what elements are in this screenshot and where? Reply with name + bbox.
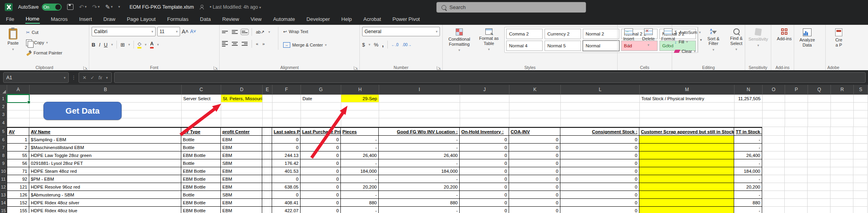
cell-E1[interactable]: [263, 95, 272, 103]
cell-B5[interactable]: AV Name: [29, 127, 181, 136]
cell-L1[interactable]: [561, 95, 640, 103]
cell-C2[interactable]: [182, 103, 221, 110]
cell-Q12[interactable]: [808, 183, 830, 191]
cell-E5[interactable]: [262, 127, 272, 136]
decrease-indent-icon[interactable]: «: [256, 41, 258, 46]
cell-D9[interactable]: SBM: [221, 159, 262, 167]
cell-F8[interactable]: 244.13: [272, 151, 301, 159]
cell-P14[interactable]: [785, 199, 808, 207]
cell-E13[interactable]: [262, 191, 272, 199]
cell-M10[interactable]: [639, 167, 734, 175]
column-header-H[interactable]: H: [341, 85, 379, 95]
cell-C8[interactable]: EBM Bottle: [181, 151, 221, 159]
cell-N1[interactable]: 11,257,505: [735, 95, 763, 103]
cell-S13[interactable]: [853, 191, 868, 199]
cell-R10[interactable]: [830, 167, 853, 175]
cell-N7[interactable]: -: [734, 144, 762, 151]
cell-R11[interactable]: [830, 175, 853, 183]
cell-H8[interactable]: 26,400: [341, 151, 379, 159]
cell-K15[interactable]: 0: [509, 207, 560, 213]
cell-B8[interactable]: HDPE Law Toggle 28oz green: [29, 151, 181, 159]
cell-K6[interactable]: 0: [509, 136, 560, 144]
cell-Q13[interactable]: [808, 191, 830, 199]
cell-K10[interactable]: 0: [509, 167, 560, 175]
cell-J2[interactable]: [460, 103, 509, 110]
cell-S12[interactable]: [853, 183, 868, 191]
cell-Q10[interactable]: [808, 167, 830, 175]
cell-C3[interactable]: [182, 110, 221, 118]
cell-H12[interactable]: 20,200: [341, 183, 379, 191]
cell-N3[interactable]: [735, 110, 763, 118]
cell-H6[interactable]: -: [341, 136, 379, 144]
cell-O8[interactable]: [762, 151, 785, 159]
comma-format-icon[interactable]: ,: [382, 41, 383, 48]
cell-C4[interactable]: [182, 118, 221, 127]
cell-L9[interactable]: 0: [560, 159, 639, 167]
cell-F14[interactable]: 408.41: [272, 199, 301, 207]
cell-E6[interactable]: [262, 136, 272, 144]
cell-B14[interactable]: HDPE Ridex 48oz silver: [29, 199, 181, 207]
cell-S11[interactable]: [853, 175, 868, 183]
cell-F2[interactable]: [272, 103, 301, 110]
menu-tab-draw[interactable]: Draw: [103, 15, 116, 23]
column-header-B[interactable]: B: [30, 85, 182, 95]
cell-K1[interactable]: [509, 95, 561, 103]
cell-G2[interactable]: [301, 103, 341, 110]
column-header-N[interactable]: N: [735, 85, 763, 95]
cell-G6[interactable]: 0: [301, 136, 341, 144]
increase-font-icon[interactable]: A˄: [182, 28, 189, 35]
cell-G7[interactable]: 0: [301, 144, 341, 151]
cell-I6[interactable]: -: [379, 136, 460, 144]
row-header-3[interactable]: 3: [0, 110, 7, 118]
cell-E12[interactable]: [262, 183, 272, 191]
column-header-D[interactable]: D: [221, 85, 263, 95]
cell-C11[interactable]: EBM Bottle: [181, 175, 221, 183]
cell-J5[interactable]: On-Hold Inventory :: [460, 127, 509, 136]
column-header-J[interactable]: J: [460, 85, 509, 95]
cell-H9[interactable]: -: [341, 159, 379, 167]
cell-K7[interactable]: 0: [509, 144, 560, 151]
cell-K3[interactable]: [509, 110, 561, 118]
cell-O6[interactable]: [762, 136, 785, 144]
menu-tab-file[interactable]: File: [6, 15, 15, 23]
cell-Q2[interactable]: [808, 103, 831, 110]
row-header-10[interactable]: 10: [0, 167, 7, 175]
cell-J3[interactable]: [460, 110, 509, 118]
column-header-G[interactable]: G: [301, 85, 341, 95]
cell-A4[interactable]: [7, 118, 30, 127]
cell-G5[interactable]: Last Purchase Price: [301, 127, 341, 136]
cell-D7[interactable]: EBM: [221, 144, 262, 151]
cell-S15[interactable]: [853, 207, 868, 213]
menu-tab-acrobat[interactable]: Acrobat: [363, 15, 381, 23]
row-header-1[interactable]: 1: [0, 95, 7, 103]
cell-E7[interactable]: [262, 144, 272, 151]
cell-P12[interactable]: [785, 183, 808, 191]
cell-L4[interactable]: [561, 118, 640, 127]
cell-G8[interactable]: 0: [301, 151, 341, 159]
column-header-E[interactable]: E: [263, 85, 272, 95]
autosave-control[interactable]: AutoSave On: [18, 4, 62, 11]
cell-style-normal-2[interactable]: Normal 2: [583, 29, 619, 39]
cell-Q5[interactable]: [808, 127, 830, 136]
cell-B11[interactable]: $PM - EBM: [29, 175, 181, 183]
column-header-C[interactable]: C: [182, 85, 221, 95]
cell-A12[interactable]: 121: [7, 183, 29, 191]
cell-C6[interactable]: Bottle: [181, 136, 221, 144]
cell-I9[interactable]: -: [379, 159, 460, 167]
cell-J14[interactable]: 0: [460, 199, 509, 207]
cell-N2[interactable]: [735, 103, 763, 110]
cell-G12[interactable]: 0: [301, 183, 341, 191]
cell-style-currency-2[interactable]: Currency 2: [545, 29, 581, 39]
cell-H5[interactable]: Pieces: [341, 127, 379, 136]
alignment-dialog-launcher[interactable]: ↘: [354, 66, 358, 70]
cell-A13[interactable]: 126: [7, 191, 29, 199]
align-center-icon[interactable]: [232, 41, 238, 47]
cell-A14[interactable]: 152: [7, 199, 29, 207]
column-header-P[interactable]: P: [785, 85, 808, 95]
cell-I3[interactable]: [379, 110, 460, 118]
cell-I13[interactable]: -: [379, 191, 460, 199]
font-dialog-launcher[interactable]: ↘: [214, 66, 218, 70]
cell-M3[interactable]: [640, 110, 735, 118]
cell-F6[interactable]: 0: [272, 136, 301, 144]
cell-R5[interactable]: [830, 127, 853, 136]
